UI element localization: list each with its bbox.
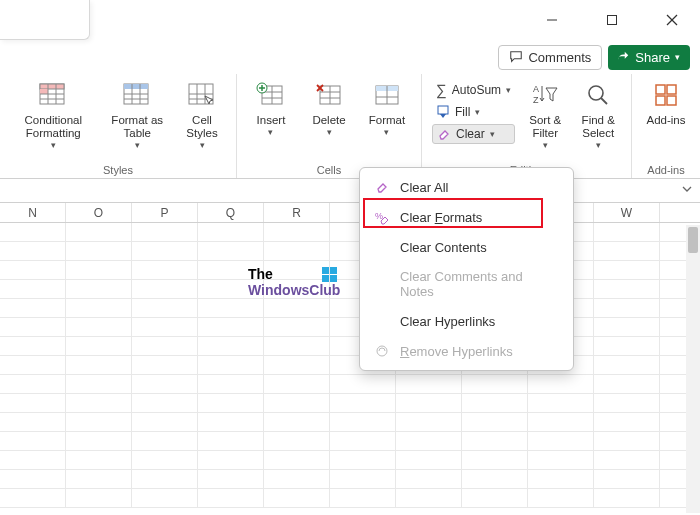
column-header[interactable]: P: [132, 203, 198, 222]
cell[interactable]: [594, 489, 660, 508]
cell[interactable]: [396, 489, 462, 508]
cell[interactable]: [330, 470, 396, 489]
minimize-button[interactable]: [532, 5, 572, 35]
cell[interactable]: [0, 356, 66, 375]
cell[interactable]: [0, 299, 66, 318]
column-headers[interactable]: NOPQRSTUVW: [0, 203, 700, 223]
cell[interactable]: [330, 394, 396, 413]
cell[interactable]: [528, 489, 594, 508]
cell[interactable]: [0, 489, 66, 508]
cell[interactable]: [594, 242, 660, 261]
cell[interactable]: [198, 451, 264, 470]
cell[interactable]: [198, 394, 264, 413]
delete-button[interactable]: Delete▾: [301, 76, 357, 162]
column-header[interactable]: R: [264, 203, 330, 222]
cell[interactable]: [0, 413, 66, 432]
cell[interactable]: [528, 394, 594, 413]
cell[interactable]: [594, 299, 660, 318]
cell[interactable]: [198, 489, 264, 508]
cell[interactable]: [0, 470, 66, 489]
cell[interactable]: [132, 299, 198, 318]
cell[interactable]: [0, 432, 66, 451]
cell[interactable]: [396, 432, 462, 451]
cell[interactable]: [264, 337, 330, 356]
format-as-table-button[interactable]: Format as Table▾: [103, 76, 173, 162]
cell[interactable]: [594, 394, 660, 413]
cell[interactable]: [594, 375, 660, 394]
cell[interactable]: [528, 432, 594, 451]
clear-all-item[interactable]: Clear All: [360, 172, 573, 202]
cell[interactable]: [66, 394, 132, 413]
cell[interactable]: [132, 470, 198, 489]
cell[interactable]: [198, 470, 264, 489]
cell[interactable]: [66, 261, 132, 280]
cell[interactable]: [462, 470, 528, 489]
vertical-scrollbar[interactable]: [686, 225, 700, 513]
cell[interactable]: [330, 451, 396, 470]
column-header[interactable]: N: [0, 203, 66, 222]
cell[interactable]: [0, 223, 66, 242]
cell[interactable]: [330, 489, 396, 508]
cell[interactable]: [330, 432, 396, 451]
find-select-button[interactable]: Find & Select▾: [571, 76, 625, 153]
cell[interactable]: [330, 375, 396, 394]
close-button[interactable]: [652, 5, 692, 35]
share-button[interactable]: Share ▾: [608, 45, 690, 70]
cell-styles-button[interactable]: Cell Styles▾: [174, 76, 230, 162]
cell[interactable]: [66, 413, 132, 432]
cell[interactable]: [0, 242, 66, 261]
cell[interactable]: [330, 413, 396, 432]
cell[interactable]: [132, 432, 198, 451]
cell[interactable]: [198, 337, 264, 356]
cell[interactable]: [528, 470, 594, 489]
cell[interactable]: [66, 470, 132, 489]
cell[interactable]: [66, 223, 132, 242]
clear-contents-item[interactable]: Clear Contents: [360, 232, 573, 262]
cell[interactable]: [594, 470, 660, 489]
fill-button[interactable]: Fill ▾: [432, 103, 515, 121]
cell[interactable]: [594, 280, 660, 299]
cell[interactable]: [0, 318, 66, 337]
cell[interactable]: [132, 337, 198, 356]
cell[interactable]: [66, 280, 132, 299]
cell[interactable]: [462, 394, 528, 413]
cell[interactable]: [132, 489, 198, 508]
cell[interactable]: [594, 451, 660, 470]
cell[interactable]: [594, 223, 660, 242]
cell[interactable]: [132, 375, 198, 394]
cell[interactable]: [264, 223, 330, 242]
cell[interactable]: [264, 299, 330, 318]
cell[interactable]: [528, 375, 594, 394]
cell[interactable]: [528, 413, 594, 432]
column-header[interactable]: W: [594, 203, 660, 222]
cell[interactable]: [0, 261, 66, 280]
cell[interactable]: [462, 451, 528, 470]
column-header[interactable]: O: [66, 203, 132, 222]
cell[interactable]: [396, 394, 462, 413]
cell[interactable]: [198, 318, 264, 337]
cell[interactable]: [264, 242, 330, 261]
comments-button[interactable]: Comments: [498, 45, 602, 70]
cell[interactable]: [66, 489, 132, 508]
scrollbar-thumb[interactable]: [688, 227, 698, 253]
cell[interactable]: [264, 394, 330, 413]
cell[interactable]: [198, 242, 264, 261]
cell[interactable]: [594, 318, 660, 337]
cell[interactable]: [396, 413, 462, 432]
cell[interactable]: [132, 261, 198, 280]
conditional-formatting-button[interactable]: Conditional Formatting▾: [6, 76, 101, 162]
cell[interactable]: [0, 394, 66, 413]
cell[interactable]: [264, 489, 330, 508]
cell[interactable]: [66, 356, 132, 375]
cell[interactable]: [594, 432, 660, 451]
cell[interactable]: [66, 375, 132, 394]
cell[interactable]: [132, 223, 198, 242]
cell[interactable]: [264, 451, 330, 470]
cell[interactable]: [396, 375, 462, 394]
autosum-button[interactable]: ∑ AutoSum ▾: [432, 79, 515, 100]
cell[interactable]: [462, 413, 528, 432]
cell[interactable]: [264, 318, 330, 337]
cell[interactable]: [0, 280, 66, 299]
cell[interactable]: [132, 413, 198, 432]
cell[interactable]: [132, 451, 198, 470]
